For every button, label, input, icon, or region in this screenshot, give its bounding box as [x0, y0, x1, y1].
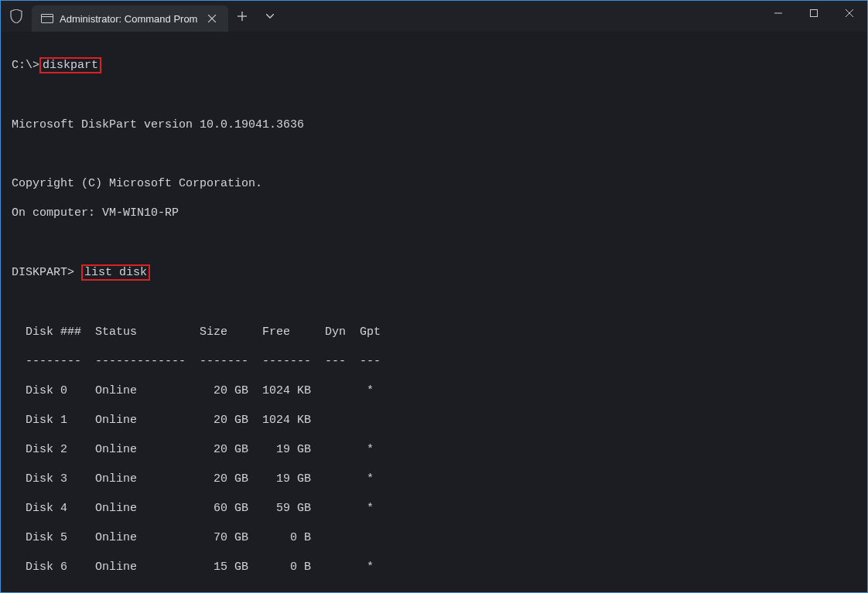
cmd-icon — [41, 14, 53, 23]
new-tab-button[interactable] — [228, 1, 256, 32]
tab-dropdown-button[interactable] — [256, 1, 284, 32]
titlebar: Administrator: Command Prom — [1, 1, 867, 32]
minimize-button[interactable] — [760, 1, 796, 26]
prompt: C:\> — [12, 59, 39, 72]
term-line — [12, 589, 856, 593]
cmd-text: list disk — [84, 266, 147, 279]
tab-command-prompt[interactable]: Administrator: Command Prom — [32, 5, 228, 32]
svg-rect-5 — [811, 10, 818, 17]
minimize-icon — [774, 9, 782, 17]
table-row: Disk 6 Online 15 GB 0 B * — [12, 560, 856, 574]
shield-icon — [1, 1, 32, 32]
tab-title: Administrator: Command Prom — [60, 13, 197, 25]
term-line — [12, 235, 856, 250]
table-sep: -------- ------------- ------- ------- -… — [12, 354, 856, 369]
close-icon — [846, 9, 853, 17]
term-line: On computer: VM-WIN10-RP — [12, 206, 856, 220]
table-row: Disk 1 Online 20 GB 1024 KB — [12, 413, 856, 428]
prompt: DISKPART> — [12, 266, 74, 279]
close-icon — [208, 15, 216, 22]
table-row: Disk 2 Online 20 GB 19 GB * — [12, 442, 856, 457]
table-row: Disk 5 Online 70 GB 0 B — [12, 530, 856, 545]
chevron-down-icon — [266, 14, 274, 19]
table-row: Disk 3 Online 20 GB 19 GB * — [12, 472, 856, 486]
tab-close-button[interactable] — [203, 10, 220, 27]
table-row: Disk 4 Online 60 GB 59 GB * — [12, 501, 856, 516]
cmd-text: diskpart — [43, 59, 98, 72]
cmd-diskpart-highlight: diskpart — [39, 57, 101, 73]
maximize-icon — [810, 9, 818, 17]
plus-icon — [238, 12, 247, 21]
term-line — [12, 147, 856, 162]
table-header: Disk ### Status Size Free Dyn Gpt — [12, 325, 856, 339]
terminal-content[interactable]: C:\>diskpart Microsoft DiskPart version … — [1, 32, 867, 593]
term-line: DISKPART> list disk — [12, 264, 856, 281]
maximize-button[interactable] — [796, 1, 832, 26]
window-controls — [760, 1, 867, 32]
term-line: Microsoft DiskPart version 10.0.19041.36… — [12, 118, 856, 132]
term-line — [12, 295, 856, 310]
close-window-button[interactable] — [832, 1, 867, 26]
cmd-list-disk-highlight: list disk — [81, 264, 150, 281]
titlebar-left: Administrator: Command Prom — [1, 1, 284, 32]
term-line: Copyright (C) Microsoft Corporation. — [12, 176, 856, 191]
table-row: Disk 0 Online 20 GB 1024 KB * — [12, 383, 856, 398]
term-line — [12, 88, 856, 103]
term-line: C:\>diskpart — [12, 57, 856, 73]
